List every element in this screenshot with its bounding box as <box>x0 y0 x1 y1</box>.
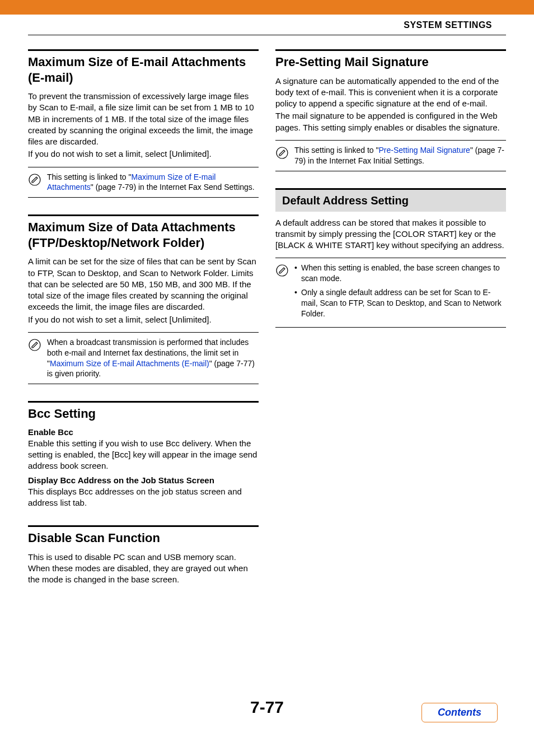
section-default-address: Default Address Setting A default addres… <box>275 188 506 328</box>
section-title: Maximum Size of E-mail Attachments (E-ma… <box>28 54 259 85</box>
svg-point-2 <box>277 147 288 158</box>
pencil-circle-icon <box>28 338 41 352</box>
note-text-pre: This setting is linked to " <box>294 146 378 155</box>
note-text: This setting is linked to "Maximum Size … <box>47 172 259 193</box>
svg-point-1 <box>29 339 40 351</box>
subheading-enable-bcc: Enable Bcc <box>28 427 259 437</box>
note-box: When a broadcast transmission is perform… <box>28 332 259 385</box>
contents-button[interactable]: Contents <box>421 703 498 722</box>
paragraph: This is used to disable PC scan and USB … <box>28 552 259 586</box>
note-text: This setting is linked to "Pre-Setting M… <box>294 145 506 166</box>
section-rule <box>28 401 259 403</box>
paragraph: If you do not wish to set a limit, selec… <box>28 148 259 160</box>
section-rule <box>28 49 259 51</box>
content-columns: Maximum Size of E-mail Attachments (E-ma… <box>0 35 534 602</box>
section-title: Disable Scan Function <box>28 530 259 546</box>
section-title: Maximum Size of Data Attachments (FTP/De… <box>28 220 259 250</box>
note-text-post: " (page 7-79) in the Internet Fax Send S… <box>91 183 255 192</box>
note-box: This setting is linked to "Maximum Size … <box>28 167 259 198</box>
paragraph: Enable this setting if you wish to use B… <box>28 438 259 472</box>
svg-point-0 <box>29 174 40 185</box>
paragraph: If you do not wish to set a limit, selec… <box>28 314 259 325</box>
note-bullet-list: When this setting is enabled, the base s… <box>294 263 506 322</box>
paragraph: This displays Bcc addresses on the job s… <box>28 486 259 509</box>
note-box: When this setting is enabled, the base s… <box>275 258 506 327</box>
pencil-circle-icon <box>275 146 289 160</box>
section-max-data-attachments: Maximum Size of Data Attachments (FTP/De… <box>28 214 259 384</box>
left-column: Maximum Size of E-mail Attachments (E-ma… <box>28 49 259 602</box>
section-presetting-signature: Pre-Setting Mail Signature A signature c… <box>275 49 506 171</box>
section-max-email-attachments: Maximum Size of E-mail Attachments (E-ma… <box>28 49 259 198</box>
note-text: When a broadcast transmission is perform… <box>47 337 259 380</box>
bullet-item: Only a single default address can be set… <box>294 287 506 319</box>
paragraph: A signature can be automatically appende… <box>275 76 506 110</box>
header-accent-bar <box>0 0 534 15</box>
paragraph: A limit can be set for the size of files… <box>28 256 259 312</box>
section-title-bar: Default Address Setting <box>275 188 506 212</box>
section-title: Bcc Setting <box>28 406 259 422</box>
page-header-title: SYSTEM SETTINGS <box>0 15 534 35</box>
section-disable-scan: Disable Scan Function This is used to di… <box>28 525 259 585</box>
paragraph: To prevent the transmission of excessive… <box>28 91 259 147</box>
note-link[interactable]: Pre-Setting Mail Signature <box>378 146 470 155</box>
section-rule <box>28 525 259 527</box>
note-text-pre: This setting is linked to " <box>47 172 131 181</box>
paragraph: The mail signature to be appended is con… <box>275 110 506 133</box>
note-link[interactable]: Maximum Size of E-mail Attachments (E-ma… <box>50 359 209 368</box>
pencil-circle-icon <box>275 264 289 277</box>
section-rule <box>28 214 259 216</box>
pencil-circle-icon <box>28 173 41 186</box>
section-bcc-setting: Bcc Setting Enable Bcc Enable this setti… <box>28 401 259 508</box>
bullet-item: When this setting is enabled, the base s… <box>294 263 506 284</box>
section-rule <box>275 49 506 51</box>
paragraph: A default address can be stored that mak… <box>275 217 506 251</box>
right-column: Pre-Setting Mail Signature A signature c… <box>275 49 506 602</box>
subheading-display-bcc: Display Bcc Address on the Job Status Sc… <box>28 475 259 485</box>
svg-point-3 <box>277 265 288 276</box>
section-title: Pre-Setting Mail Signature <box>275 54 506 70</box>
note-box: This setting is linked to "Pre-Setting M… <box>275 140 506 171</box>
